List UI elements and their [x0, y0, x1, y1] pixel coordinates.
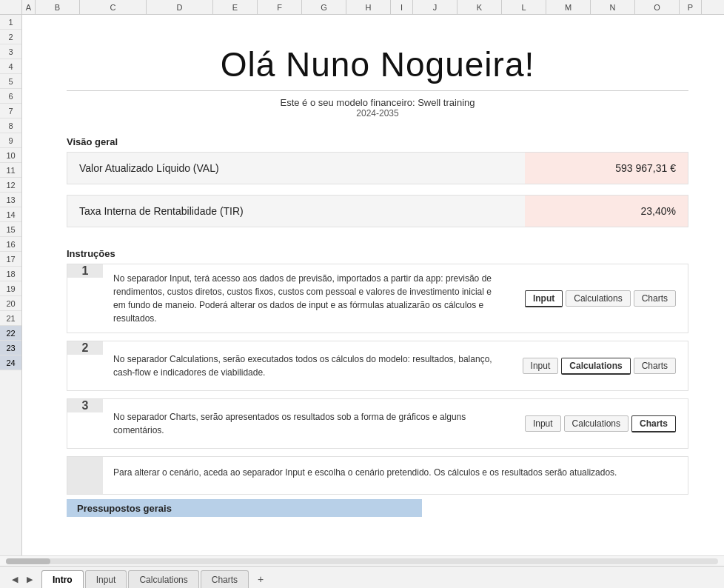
col-p[interactable]: P: [680, 0, 702, 14]
btn-calculations-2[interactable]: Calculations: [561, 358, 630, 375]
row-12[interactable]: 12: [0, 178, 21, 193]
subtitle-line1: Este é o seu modelo financeiro: Swell tr…: [67, 97, 688, 108]
row-23[interactable]: 23: [0, 341, 21, 355]
btn-charts-2[interactable]: Charts: [634, 358, 676, 374]
row-14[interactable]: 14: [0, 207, 21, 222]
col-n[interactable]: N: [591, 0, 635, 14]
row-2[interactable]: 2: [0, 30, 21, 44]
col-i[interactable]: I: [391, 0, 413, 14]
info-card-text: Para alterar o cenário, aceda ao separad…: [103, 457, 688, 494]
btn-input-3[interactable]: Input: [525, 415, 561, 432]
row-5[interactable]: 5: [0, 74, 21, 89]
instruction-card-3: 3 No separador Charts, serão apresentado…: [67, 398, 688, 449]
row-3[interactable]: 3: [0, 44, 21, 59]
metric-value-tir: 23,40%: [525, 196, 688, 227]
metric-label-tir: Taxa Interna de Rentabilidade (TIR): [67, 196, 525, 227]
row-8[interactable]: 8: [0, 118, 21, 133]
main-content: Olá Nuno Nogueira! Este é o seu modelo f…: [22, 15, 724, 555]
row-21[interactable]: 21: [0, 311, 21, 326]
btn-calculations-1[interactable]: Calculations: [566, 290, 630, 307]
nav-arrows: ◀ ▶: [7, 570, 37, 588]
metric-value-val: 593 967,31 €: [525, 153, 688, 184]
instruction-num-1: 1: [67, 264, 103, 278]
column-headers: A B C D E F G H I J K L M N O P: [0, 0, 724, 15]
row-19[interactable]: 19: [0, 281, 21, 296]
col-m[interactable]: M: [546, 0, 591, 14]
col-k[interactable]: K: [457, 0, 502, 14]
row-15[interactable]: 15: [0, 222, 21, 237]
row-16[interactable]: 16: [0, 237, 21, 252]
row-24[interactable]: 24: [0, 355, 21, 370]
instruction-num-3: 3: [67, 399, 103, 412]
col-b[interactable]: B: [36, 0, 80, 14]
tab-calculations[interactable]: Calculations: [128, 570, 198, 588]
row-22[interactable]: 22: [0, 326, 21, 341]
tab-add-button[interactable]: +: [250, 570, 271, 588]
instruction-buttons-2: Input Calculations Charts: [511, 358, 688, 375]
instruction-buttons-1: Input Calculations Charts: [513, 290, 688, 307]
metric-label-val: Valor Atualizado Líquido (VAL): [67, 153, 525, 184]
pressupostos-bar[interactable]: Pressupostos gerais: [67, 499, 422, 517]
instruction-num-2: 2: [67, 341, 103, 355]
row-11[interactable]: 11: [0, 163, 21, 178]
info-card: Para alterar o cenário, aceda ao separad…: [67, 456, 688, 495]
row-20[interactable]: 20: [0, 296, 21, 311]
btn-charts-3[interactable]: Charts: [631, 415, 676, 432]
pressupostos-label: Pressupostos gerais: [77, 503, 172, 514]
nav-left-arrow[interactable]: ◀: [7, 570, 22, 588]
instruction-buttons-3: Input Calculations Charts: [513, 415, 688, 432]
btn-calculations-3[interactable]: Calculations: [564, 415, 629, 432]
spreadsheet-body: 1 2 3 4 5 6 7 8 9 10 11 12 13 14 15 16 1…: [0, 15, 724, 555]
instruction-card-1: 1 No separador Input, terá acesso aos da…: [67, 264, 688, 333]
col-f[interactable]: F: [258, 0, 302, 14]
btn-input-2[interactable]: Input: [523, 358, 559, 374]
col-a[interactable]: A: [22, 0, 36, 14]
row-4[interactable]: 4: [0, 59, 21, 74]
row-6[interactable]: 6: [0, 89, 21, 104]
col-d[interactable]: D: [147, 0, 213, 14]
instruction-card-2: 2 No separador Calculations, serão execu…: [67, 341, 688, 391]
tab-intro[interactable]: Intro: [41, 570, 84, 588]
info-card-left-bar: [67, 457, 103, 494]
row-13[interactable]: 13: [0, 193, 21, 207]
btn-input-1[interactable]: Input: [525, 290, 563, 307]
row-10[interactable]: 10: [0, 148, 21, 163]
title-divider: [67, 90, 688, 91]
scrollbar-thumb[interactable]: [6, 558, 50, 564]
metric-row-val: Valor Atualizado Líquido (VAL) 593 967,3…: [67, 152, 688, 184]
instruction-text-3: No separador Charts, serão apresentados …: [103, 403, 513, 444]
tab-charts[interactable]: Charts: [201, 570, 249, 588]
btn-charts-1[interactable]: Charts: [634, 290, 676, 307]
metric-row-tir: Taxa Interna de Rentabilidade (TIR) 23,4…: [67, 195, 688, 227]
scrollbar-track: [6, 558, 718, 564]
col-e[interactable]: E: [213, 0, 258, 14]
instruction-text-1: No separador Input, terá acesso aos dado…: [103, 264, 513, 333]
tab-input[interactable]: Input: [85, 570, 127, 588]
subtitle-line2: 2024-2035: [67, 108, 688, 118]
row-17[interactable]: 17: [0, 252, 21, 267]
corner-cell: [0, 0, 22, 14]
row-9[interactable]: 9: [0, 133, 21, 148]
page-title: Olá Nuno Nogueira!: [67, 44, 688, 84]
instructions-label: Instruções: [67, 248, 688, 259]
row-1[interactable]: 1: [0, 15, 21, 30]
overview-label: Visão geral: [67, 136, 688, 147]
col-g[interactable]: G: [302, 0, 346, 14]
content-wrapper: Olá Nuno Nogueira! Este é o seu modelo f…: [22, 15, 718, 524]
horizontal-scrollbar[interactable]: [0, 555, 724, 566]
subtitle-block: Este é o seu modelo financeiro: Swell tr…: [67, 97, 688, 118]
tabs-bar: ◀ ▶ Intro Input Calculations Charts +: [0, 566, 724, 588]
nav-right-arrow[interactable]: ▶: [22, 570, 37, 588]
row-numbers: 1 2 3 4 5 6 7 8 9 10 11 12 13 14 15 16 1…: [0, 15, 22, 555]
row-18[interactable]: 18: [0, 267, 21, 281]
instruction-text-2: No separador Calculations, serão executa…: [103, 345, 511, 387]
row-7[interactable]: 7: [0, 104, 21, 118]
col-l[interactable]: L: [502, 0, 546, 14]
col-o[interactable]: O: [635, 0, 680, 14]
col-c[interactable]: C: [80, 0, 147, 14]
col-h[interactable]: H: [346, 0, 391, 14]
col-j[interactable]: J: [413, 0, 457, 14]
